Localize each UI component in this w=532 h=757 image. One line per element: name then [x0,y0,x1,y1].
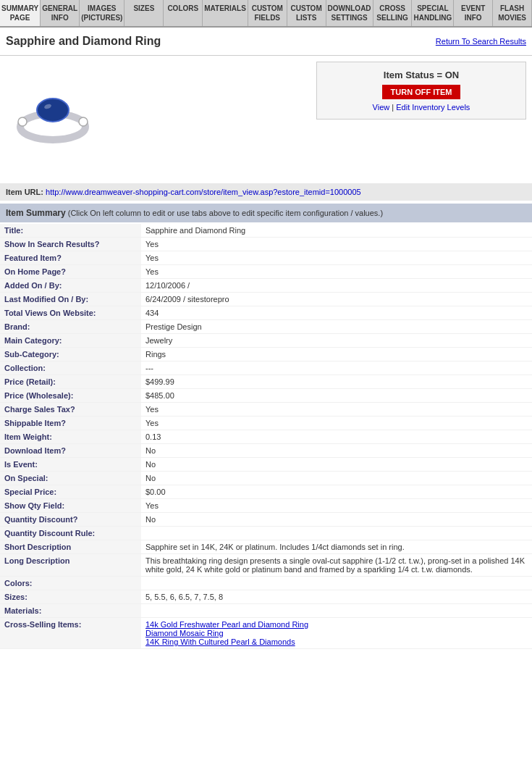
field-value [141,527,532,540]
cross-selling-link[interactable]: Diamond Mosaic Ring [145,629,528,637]
table-row: Download Item?No [0,444,532,458]
table-row: Featured Item?Yes [0,251,532,265]
field-label[interactable]: On Home Page? [0,265,141,279]
product-image [6,69,100,163]
field-label[interactable]: Show Qty Field: [0,499,141,513]
field-value: No [141,444,532,458]
field-label[interactable]: Price (Wholesale): [0,389,141,403]
main-content: Item Status = ON TURN OFF ITEM View | Ed… [0,56,532,176]
summary-header: Item Summary (Click On left column to ed… [0,204,532,222]
field-label[interactable]: Total Views On Website: [0,306,141,320]
field-label[interactable]: Charge Sales Tax? [0,403,141,417]
field-value: No [141,458,532,472]
field-value: $0.00 [141,485,532,499]
field-label[interactable]: Title: [0,224,141,238]
field-value: No [141,513,532,527]
field-label[interactable]: Shippable Item? [0,417,141,430]
field-label[interactable]: Quantity Discount? [0,513,141,527]
field-value: 12/10/2006 / [141,279,532,293]
field-label[interactable]: Item Weight: [0,430,141,444]
table-row: Price (Retail):$499.99 [0,375,532,389]
summary-header-label: Item Summary [6,208,66,218]
nav-tab-cross-selling[interactable]: CROSS SELLING [373,0,413,26]
summary-table: Title:Sapphire and Diamond RingShow In S… [0,224,532,649]
item-url-row: Item URL: http://www.dreamweaver-shoppin… [0,183,532,201]
table-row: Main Category:Jewelry [0,334,532,348]
field-label[interactable]: On Special: [0,472,141,485]
field-label[interactable]: Featured Item? [0,251,141,265]
field-label[interactable]: Added On / By: [0,279,141,293]
nav-tab-images-pictures[interactable]: IMAGES (PICTURES) [80,0,124,26]
field-label[interactable]: Main Category: [0,334,141,348]
field-label[interactable]: Is Event: [0,458,141,472]
page-title: Sapphire and Diamond Ring [6,35,161,48]
field-value: Sapphire and Diamond Ring [141,224,532,238]
field-label[interactable]: Download Item? [0,444,141,458]
cross-selling-link[interactable]: 14K Ring With Cultured Pearl & Diamonds [145,637,528,646]
table-row: Quantity Discount?No [0,513,532,527]
field-label[interactable]: Colors: [0,577,141,590]
table-row: Title:Sapphire and Diamond Ring [0,224,532,238]
summary-header-hint: (Click On left column to edit or use tab… [66,209,383,217]
nav-tab-flash-movies[interactable]: FLASH MOVIES [493,0,532,26]
table-row: Added On / By:12/10/2006 / [0,279,532,293]
field-value: No [141,472,532,485]
field-value: Yes [141,499,532,513]
table-row: Item Weight:0.13 [0,430,532,444]
field-label[interactable]: Sub-Category: [0,348,141,361]
field-value: Rings [141,348,532,361]
table-row: Collection:--- [0,361,532,375]
field-value: Sapphire set in 14K, 24K or platinum. In… [141,540,532,554]
view-link[interactable]: View [373,103,390,112]
field-label[interactable]: Special Price: [0,485,141,499]
header-row: Sapphire and Diamond Ring Return To Sear… [0,28,532,56]
table-row: Long DescriptionThis breathtaking ring d… [0,554,532,577]
nav-tab-custom-fields[interactable]: CUSTOM FIELDS [248,0,287,26]
field-label[interactable]: Collection: [0,361,141,375]
field-label[interactable]: Price (Retail): [0,375,141,389]
field-value [141,577,532,590]
table-row: Brand:Prestige Design [0,320,532,334]
turn-off-item-button[interactable]: TURN OFF ITEM [382,85,461,99]
table-row: Last Modified On / By:6/24/2009 / sitest… [0,293,532,306]
field-value: Yes [141,251,532,265]
table-row: Colors: [0,577,532,590]
field-value: 5, 5.5, 6, 6.5, 7, 7.5, 8 [141,590,532,604]
item-url-link[interactable]: http://www.dreamweaver-shopping-cart.com… [46,188,361,196]
field-value: Yes [141,265,532,279]
field-label[interactable]: Quantity Discount Rule: [0,527,141,540]
field-label[interactable]: Cross-Selling Items: [0,618,141,649]
nav-tab-special-handling[interactable]: SPECIAL HANDLING [412,0,454,26]
field-label[interactable]: Materials: [0,604,141,618]
field-value: $499.99 [141,375,532,389]
field-label[interactable]: Brand: [0,320,141,334]
field-value: --- [141,361,532,375]
table-row: Total Views On Website:434 [0,306,532,320]
nav-tab-custom-lists[interactable]: CUSTOM LISTS [287,0,326,26]
field-label[interactable]: Sizes: [0,590,141,604]
item-status-text: Item Status = ON [324,70,518,80]
nav-tab-summary-page[interactable]: SUMMARY PAGE [0,0,41,26]
nav-tab-colors[interactable]: COLORS [164,0,203,26]
table-row: Materials: [0,604,532,618]
field-label[interactable]: Short Description [0,540,141,554]
svg-point-1 [37,99,69,122]
edit-inventory-link[interactable]: Edit Inventory Levels [396,103,470,112]
field-label[interactable]: Show In Search Results? [0,238,141,251]
return-to-search-link[interactable]: Return To Search Results [436,37,526,46]
field-label[interactable]: Last Modified On / By: [0,293,141,306]
nav-tab-general-info[interactable]: GENERAL INFO [41,0,80,26]
field-label[interactable]: Long Description [0,554,141,577]
field-value: $485.00 [141,389,532,403]
nav-tab-sizes[interactable]: SIZES [124,0,164,26]
nav-tab-materials[interactable]: MATERIALS [203,0,248,26]
nav-tab-event-info[interactable]: EVENT INFO [454,0,493,26]
field-value: Jewelry [141,334,532,348]
nav-tab-download-settings[interactable]: DOWNLOAD SETTINGS [326,0,373,26]
table-row: Sizes:5, 5.5, 6, 6.5, 7, 7.5, 8 [0,590,532,604]
field-value: 434 [141,306,532,320]
table-row: Shippable Item?Yes [0,417,532,430]
cross-selling-link[interactable]: 14k Gold Freshwater Pearl and Diamond Ri… [145,620,528,629]
table-row: Short DescriptionSapphire set in 14K, 24… [0,540,532,554]
item-url-label: Item URL: [6,188,43,196]
